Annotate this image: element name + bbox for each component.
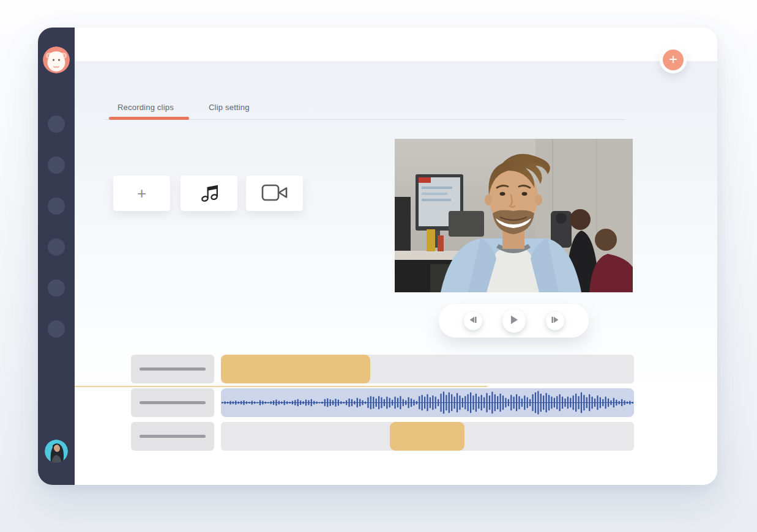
track-label-block[interactable]	[131, 422, 214, 451]
track-label-block[interactable]	[131, 388, 214, 417]
playback-controls	[439, 304, 589, 338]
skip-back-icon	[469, 316, 477, 325]
add-video-button[interactable]	[246, 175, 303, 211]
track-label-placeholder-line	[140, 368, 206, 371]
timeline-clip[interactable]	[390, 422, 464, 451]
add-button[interactable]: +	[660, 46, 687, 73]
timeline-row-track-2	[75, 388, 634, 417]
topbar	[75, 28, 717, 61]
waveform-graphic	[221, 388, 634, 417]
track-label-placeholder-line	[140, 401, 206, 404]
user-photo-avatar	[45, 454, 68, 463]
brand-logo[interactable]	[43, 46, 70, 73]
add-clip-button[interactable]: +	[113, 175, 170, 211]
app-window: + Recording clips Clip setting +	[38, 28, 717, 485]
play-button[interactable]	[502, 309, 526, 333]
video-preview-illustration	[395, 139, 633, 292]
active-tab-indicator	[109, 117, 189, 120]
waveform-top-accent-line	[75, 386, 488, 387]
sidebar-nav-item-placeholder[interactable]	[48, 157, 65, 174]
track-lane	[221, 422, 634, 451]
user-avatar[interactable]	[45, 440, 68, 463]
sidebar-nav-item-placeholder[interactable]	[48, 238, 65, 256]
skip-forward-button[interactable]	[546, 312, 564, 330]
sidebar-nav-item-placeholder[interactable]	[48, 320, 65, 338]
play-icon	[509, 315, 519, 327]
video-camera-icon	[261, 183, 289, 204]
main-panel: + Recording clips Clip setting +	[75, 28, 717, 485]
content-area: Recording clips Clip setting +	[75, 61, 717, 485]
sidebar-nav-item-placeholder[interactable]	[48, 198, 65, 215]
sidebar-nav-item-placeholder[interactable]	[48, 279, 65, 297]
timeline-row-track-3	[75, 422, 634, 451]
add-music-button[interactable]	[181, 175, 237, 211]
music-note-icon	[198, 181, 221, 206]
sidebar-nav-item-placeholder[interactable]	[48, 116, 65, 133]
track-label-placeholder-line	[140, 435, 206, 438]
skip-back-button[interactable]	[464, 312, 482, 330]
plus-icon: +	[137, 185, 146, 201]
timeline-clip[interactable]	[221, 355, 370, 383]
tab-clip-setting[interactable]: Clip setting	[209, 103, 250, 112]
timeline-row-track-1	[75, 355, 634, 383]
skip-forward-icon	[551, 316, 559, 325]
sidebar	[38, 28, 75, 485]
track-lane	[221, 355, 634, 383]
tab-recording-clips[interactable]: Recording clips	[117, 103, 174, 112]
sidebar-nav	[38, 116, 75, 361]
monkey-mascot-icon	[43, 65, 70, 73]
video-preview	[395, 139, 633, 292]
track-label-block[interactable]	[131, 355, 214, 383]
plus-icon: +	[663, 50, 684, 70]
audio-waveform-track[interactable]	[221, 388, 634, 417]
